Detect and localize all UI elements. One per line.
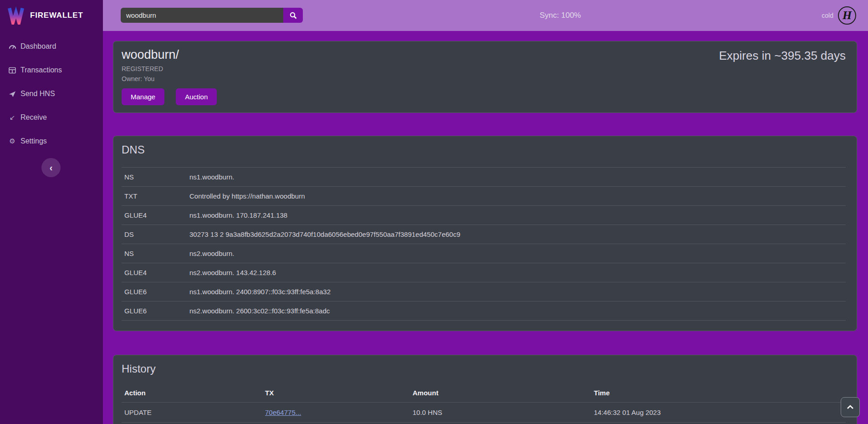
wallet-selector[interactable]: cold H xyxy=(822,0,856,31)
dns-record-value: ns2.woodburn. 143.42.128.6 xyxy=(187,263,846,282)
history-row: RENEW … 10.0 HNS 15:45:06 07 Jul 2023 xyxy=(122,423,846,424)
dns-record-type: TXT xyxy=(122,187,187,206)
domain-actions: Manage Auction xyxy=(122,88,846,105)
history-header-row: Action TX Amount Time xyxy=(122,383,846,403)
domain-card: woodburn/ REGISTERED Owner: You Manage A… xyxy=(113,41,857,113)
paper-plane-icon xyxy=(8,91,16,97)
dns-record-type: NS xyxy=(122,168,187,187)
dns-record-value: ns1.woodburn. xyxy=(187,168,846,187)
history-amount: 10.0 HNS xyxy=(410,423,591,424)
arrow-down-left-icon: ↙ xyxy=(8,113,16,122)
manage-button[interactable]: Manage xyxy=(122,88,164,105)
search-input[interactable] xyxy=(121,8,283,23)
sidebar-item-dashboard[interactable]: Dashboard xyxy=(0,35,103,58)
transactions-table-icon xyxy=(8,67,16,74)
firewallet-logo-icon xyxy=(7,6,25,25)
dns-record-value: ns2.woodburn. xyxy=(187,244,846,263)
tx-link[interactable]: 70e64775... xyxy=(265,409,301,416)
domain-owner: Owner: You xyxy=(122,75,846,82)
history-action: RENEW xyxy=(122,423,262,424)
search-group xyxy=(121,8,303,23)
dns-record-row: GLUE6 ns2.woodburn. 2600:3c02::f03c:93ff… xyxy=(122,301,846,321)
brand-name: FIREWALLET xyxy=(30,11,83,20)
dns-record-value: Controlled by https://nathan.woodburn xyxy=(187,187,846,206)
chevron-up-icon xyxy=(847,404,854,410)
domain-status: REGISTERED xyxy=(122,65,846,72)
dns-record-type: GLUE6 xyxy=(122,301,187,321)
dns-record-row: GLUE4 ns1.woodburn. 170.187.241.138 xyxy=(122,206,846,225)
history-col-time: Time xyxy=(591,383,846,403)
sync-status: Sync: 100% xyxy=(540,0,581,31)
sidebar-nav: Dashboard Transactions Send HNS ↙ Rece xyxy=(0,31,103,153)
dns-table: NS ns1.woodburn. TXT Controlled by https… xyxy=(122,167,846,321)
gear-icon: ⚙ xyxy=(8,137,16,145)
history-time: 14:46:32 01 Aug 2023 xyxy=(591,403,846,423)
dns-title: DNS xyxy=(122,143,846,156)
sidebar-item-label: Settings xyxy=(20,137,47,145)
sidebar-item-settings[interactable]: ⚙ Settings xyxy=(0,129,103,153)
history-table: Action TX Amount Time UPDATE 70e64775...… xyxy=(122,383,846,424)
sidebar-item-label: Dashboard xyxy=(20,42,56,51)
history-time: 15:45:06 07 Jul 2023 xyxy=(591,423,846,424)
dns-record-row: TXT Controlled by https://nathan.woodbur… xyxy=(122,187,846,206)
domain-expiry: Expires in ~395.35 days xyxy=(719,49,846,63)
dns-record-row: NS ns2.woodburn. xyxy=(122,244,846,263)
history-col-tx: TX xyxy=(262,383,410,403)
dns-record-type: DS xyxy=(122,225,187,244)
sidebar-item-label: Receive xyxy=(20,113,47,122)
sidebar-item-receive[interactable]: ↙ Receive xyxy=(0,106,103,129)
wallet-name: cold xyxy=(822,12,833,19)
dns-record-type: GLUE4 xyxy=(122,263,187,282)
search-icon xyxy=(290,12,297,19)
dns-record-type: GLUE6 xyxy=(122,282,187,301)
dns-record-value: ns2.woodburn. 2600:3c02::f03c:93ff:fe5a:… xyxy=(187,301,846,321)
history-col-amount: Amount xyxy=(410,383,591,403)
sidebar: FIREWALLET Dashboard Transactions xyxy=(0,0,103,424)
dns-record-value: 30273 13 2 9a3a8fb3d625d2a2073d740f10da6… xyxy=(187,225,846,244)
handshake-logo-icon: H xyxy=(838,6,856,25)
search-button[interactable] xyxy=(283,8,303,23)
history-card: History Action TX Amount Time UPDATE 70e… xyxy=(113,355,857,424)
brand: FIREWALLET xyxy=(0,0,103,31)
sidebar-item-label: Transactions xyxy=(20,66,62,74)
sidebar-item-send-hns[interactable]: Send HNS xyxy=(0,82,103,106)
dns-card: DNS NS ns1.woodburn. TXT Controlled by h… xyxy=(113,136,857,331)
dns-record-row: GLUE4 ns2.woodburn. 143.42.128.6 xyxy=(122,263,846,282)
chevron-left-icon: ‹ xyxy=(50,163,53,173)
dashboard-gauge-icon xyxy=(8,43,16,50)
dns-record-row: DS 30273 13 2 9a3a8fb3d625d2a2073d740f10… xyxy=(122,225,846,244)
scroll-top-button[interactable] xyxy=(841,397,860,417)
history-amount: 10.0 HNS xyxy=(410,403,591,423)
main-content: woodburn/ REGISTERED Owner: You Manage A… xyxy=(103,31,868,424)
topbar: Sync: 100% cold H xyxy=(103,0,868,31)
auction-button[interactable]: Auction xyxy=(176,88,217,105)
sidebar-collapse-button[interactable]: ‹ xyxy=(41,158,61,177)
dns-record-row: NS ns1.woodburn. xyxy=(122,168,846,187)
dns-record-row: GLUE6 ns1.woodburn. 2400:8907::f03c:93ff… xyxy=(122,282,846,301)
history-row: UPDATE 70e64775... 10.0 HNS 14:46:32 01 … xyxy=(122,403,846,423)
dns-record-value: ns1.woodburn. 170.187.241.138 xyxy=(187,206,846,225)
sidebar-item-transactions[interactable]: Transactions xyxy=(0,58,103,82)
history-col-action: Action xyxy=(122,383,262,403)
history-action: UPDATE xyxy=(122,403,262,423)
dns-record-type: NS xyxy=(122,244,187,263)
sidebar-item-label: Send HNS xyxy=(20,90,55,98)
dns-record-value: ns1.woodburn. 2400:8907::f03c:93ff:fe5a:… xyxy=(187,282,846,301)
dns-record-type: GLUE4 xyxy=(122,206,187,225)
history-title: History xyxy=(122,363,846,375)
